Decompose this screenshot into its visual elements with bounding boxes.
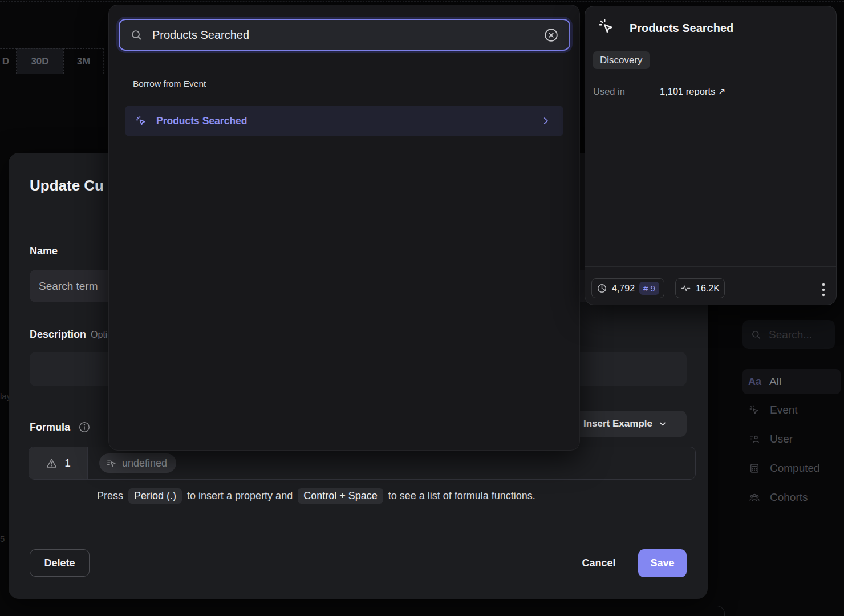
filter-tab-user[interactable]: User: [742, 427, 841, 452]
filter-label: Event: [770, 404, 798, 416]
formula-token-undefined[interactable]: undefined: [99, 453, 176, 473]
event-icon: [598, 18, 615, 35]
filter-label: All: [769, 375, 781, 388]
event-search-input[interactable]: [151, 28, 543, 42]
time-range-label: D: [2, 56, 9, 67]
event-title: Products Searched: [630, 22, 733, 35]
insert-example-button[interactable]: Insert Example: [564, 411, 687, 437]
modal-title: Update Cu: [30, 177, 104, 194]
filter-label: Computed: [770, 462, 820, 475]
save-button[interactable]: Save: [638, 549, 687, 577]
cohorts-icon: [748, 492, 761, 503]
property-search-input-wrapper[interactable]: [742, 320, 835, 349]
warning-icon: [46, 457, 58, 469]
chevron-down-icon: [658, 419, 667, 428]
event-icon: [135, 115, 147, 127]
borrowed-property-icon: [106, 458, 117, 469]
search-icon: [750, 329, 762, 341]
clear-search-icon[interactable]: [543, 27, 559, 43]
search-icon: [130, 29, 143, 42]
filter-tab-computed[interactable]: Computed: [742, 456, 841, 481]
formula-error-count: 1: [29, 447, 88, 479]
formula-hint: Press Period (.) to insert a property an…: [97, 488, 667, 504]
rank-badge: # 9: [639, 282, 659, 295]
category-badge: Discovery: [593, 51, 650, 69]
used-in-label: Used in: [593, 86, 625, 97]
cancel-button[interactable]: Cancel: [573, 550, 624, 576]
time-range-3m[interactable]: 3M: [63, 48, 104, 74]
chevron-right-icon: [541, 116, 551, 126]
delete-button[interactable]: Delete: [30, 549, 90, 577]
app-screen: D 30D 3M lay 5 Aa All Event User Compute…: [0, 0, 844, 616]
filter-label: User: [770, 433, 793, 445]
calculator-icon: [748, 463, 761, 474]
kbd-control-space: Control + Space: [298, 488, 383, 504]
filter-tab-event[interactable]: Event: [742, 398, 841, 423]
background-text-fragment: 5: [0, 534, 5, 544]
borrow-event-popup: Borrow from Event Products Searched: [108, 5, 580, 451]
panel-divider: [585, 266, 836, 267]
used-in-reports-link[interactable]: 1,101 reports ↗: [660, 86, 726, 97]
filter-tab-all[interactable]: Aa All: [742, 369, 841, 394]
time-range-label: 30D: [31, 56, 48, 67]
background-top-divider: [0, 1, 844, 2]
background-panel-edge: [23, 606, 725, 616]
time-range-label: 3M: [77, 56, 91, 67]
text-type-icon: Aa: [748, 376, 761, 388]
time-range-7d-partial[interactable]: D: [0, 48, 17, 74]
event-details-panel: Products Searched Discovery Used in 1,10…: [585, 6, 837, 305]
more-options-icon[interactable]: [816, 279, 831, 301]
info-icon[interactable]: [78, 421, 91, 433]
formula-input[interactable]: 1 undefined: [29, 447, 696, 480]
event-icon: [748, 404, 761, 416]
time-range-30d[interactable]: 30D: [17, 48, 63, 74]
kbd-period: Period (.): [128, 488, 182, 504]
name-label: Name: [30, 245, 58, 257]
event-volume-stat[interactable]: 16.2K: [675, 278, 725, 298]
formula-label-row: Formula: [30, 421, 91, 433]
unique-users-stat[interactable]: 4,792 # 9: [591, 278, 664, 298]
pulse-icon: [680, 283, 691, 294]
filter-label: Cohorts: [770, 491, 808, 504]
event-search-box[interactable]: [119, 19, 570, 51]
pie-chart-icon: [597, 283, 607, 294]
property-search-input[interactable]: [768, 328, 833, 342]
event-result-products-searched[interactable]: Products Searched: [125, 106, 563, 136]
formula-label: Formula: [30, 422, 70, 433]
filter-tab-cohorts[interactable]: Cohorts: [742, 485, 841, 510]
user-icon: [748, 433, 761, 445]
event-result-label: Products Searched: [156, 115, 247, 127]
section-heading: Borrow from Event: [133, 79, 206, 89]
